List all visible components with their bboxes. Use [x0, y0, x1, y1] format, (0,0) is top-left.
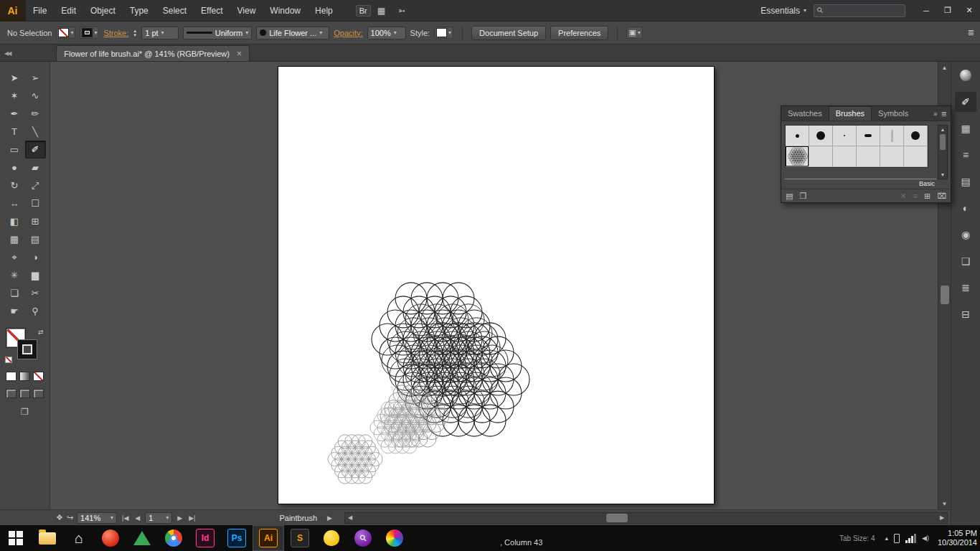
brush-item-taper[interactable]: [857, 126, 880, 146]
panel-scroll-down-icon[interactable]: ▼: [941, 171, 946, 179]
panel-scroll-track[interactable]: [938, 133, 947, 171]
none-button[interactable]: [33, 372, 44, 381]
paint-app-button[interactable]: [379, 525, 410, 551]
libraries-panel-icon[interactable]: ❒: [799, 192, 806, 201]
opacity-field[interactable]: 100% ▾: [367, 27, 406, 39]
swap-fill-stroke-icon[interactable]: ⇄: [38, 329, 44, 336]
brushes-panel-icon[interactable]: ✐: [955, 92, 976, 112]
illustrator-button[interactable]: Ai: [253, 525, 284, 551]
stroke-color-control[interactable]: ▾: [80, 27, 99, 39]
eyedropper-tool[interactable]: ⌖: [4, 248, 25, 266]
tab-swatches[interactable]: Swatches: [781, 107, 829, 121]
menu-file[interactable]: File: [26, 0, 54, 22]
menu-select[interactable]: Select: [156, 0, 194, 22]
restore-button[interactable]: ❐: [938, 3, 958, 19]
scale-tool[interactable]: ⤢: [25, 176, 46, 194]
menu-object[interactable]: Object: [83, 0, 123, 22]
brush-slot-empty[interactable]: [857, 146, 880, 167]
horizontal-scroll-track[interactable]: [355, 513, 937, 523]
preferences-button[interactable]: Preferences: [550, 26, 608, 40]
zoom-tool[interactable]: ⚲: [25, 302, 46, 320]
first-artboard-button[interactable]: |◀: [121, 514, 130, 522]
clock[interactable]: 1:05 PM 10/30/2014: [938, 529, 977, 547]
menu-effect[interactable]: Effect: [194, 0, 230, 22]
blob-brush-tool[interactable]: ●: [4, 159, 25, 176]
last-artboard-button[interactable]: ▶|: [187, 514, 197, 522]
width-tool[interactable]: ↔: [4, 194, 25, 212]
scroll-right-icon[interactable]: ▶: [937, 514, 947, 521]
stroke-weight-stepper[interactable]: ▲ ▼: [133, 29, 137, 37]
brush-slot-empty[interactable]: [880, 146, 904, 167]
panel-scroll-up-icon[interactable]: ▲: [941, 126, 946, 133]
search-input[interactable]: [826, 6, 902, 15]
stroke-swatch[interactable]: [18, 340, 37, 359]
lasso-tool[interactable]: ∿: [25, 87, 46, 105]
gradient-panel-icon[interactable]: ▤: [955, 171, 976, 192]
mesh-tool[interactable]: ▦: [4, 230, 25, 248]
scroll-down-icon[interactable]: ▼: [938, 498, 951, 509]
collapse-toolbar-icon[interactable]: ◀◀: [0, 50, 14, 61]
paintbrush-tool[interactable]: ✐: [25, 141, 46, 159]
minimize-button[interactable]: ─: [916, 3, 936, 19]
share-icon[interactable]: ➳: [392, 0, 412, 22]
pen-tool[interactable]: ✒: [4, 105, 25, 123]
stroke-panel-link[interactable]: Stroke:: [103, 29, 128, 37]
brush-item-round-large[interactable]: [809, 126, 833, 146]
chevron-down-icon[interactable]: ▾: [394, 29, 397, 36]
artboard-tool[interactable]: ❏: [4, 284, 25, 302]
show-hidden-icons-button[interactable]: ▴: [885, 534, 888, 542]
brush-slot-empty[interactable]: [809, 146, 833, 167]
panel-scroll-thumb[interactable]: [940, 134, 946, 150]
brush-item-flower-of-life[interactable]: [786, 146, 809, 167]
collapse-panel-icon[interactable]: »: [933, 110, 941, 121]
draw-normal-button[interactable]: [6, 389, 17, 398]
opacity-panel-link[interactable]: Opacity:: [334, 29, 362, 37]
zoom-level-select[interactable]: 141% ▾: [77, 512, 117, 524]
previous-artboard-button[interactable]: ◀: [133, 514, 141, 522]
horizontal-scroll-thumb[interactable]: [606, 514, 628, 522]
perspective-grid-tool[interactable]: ⊞: [25, 212, 46, 230]
artboard[interactable]: [278, 66, 715, 504]
color-panel-icon[interactable]: [955, 65, 976, 85]
indesign-button[interactable]: Id: [189, 525, 221, 551]
document-setup-button[interactable]: Document Setup: [471, 26, 546, 40]
variable-width-profile-select[interactable]: Uniform ▾: [183, 27, 252, 39]
stroke-weight-field[interactable]: 1 pt ▾: [141, 27, 179, 39]
layers-panel-icon[interactable]: ≣: [955, 278, 976, 298]
artboards-panel-icon[interactable]: ⊟: [955, 304, 976, 324]
chevron-down-icon[interactable]: ▾: [161, 29, 164, 36]
free-transform-tool[interactable]: ☐: [25, 194, 46, 212]
gradient-button[interactable]: [19, 372, 30, 381]
stroke-panel-icon[interactable]: ≡: [955, 145, 976, 165]
stepper-down-icon[interactable]: ▼: [133, 33, 137, 37]
status-menu-icon[interactable]: ▶: [326, 514, 334, 522]
bridge-button[interactable]: Br: [356, 5, 371, 17]
close-button[interactable]: ✕: [959, 3, 979, 19]
chrome-button[interactable]: [158, 525, 189, 551]
device-icon[interactable]: [894, 534, 900, 543]
sublime-text-button[interactable]: S: [284, 525, 316, 551]
volume-icon[interactable]: ◀): [922, 534, 929, 542]
search-box[interactable]: ⚲: [814, 4, 905, 17]
select-similar-control[interactable]: ▣ ▾: [626, 27, 642, 39]
rotate-tool[interactable]: ↻: [4, 176, 25, 194]
menu-type[interactable]: Type: [123, 0, 156, 22]
browser-button[interactable]: [95, 525, 126, 551]
panel-scrollbar[interactable]: ▲ ▼: [938, 125, 948, 179]
panel-menu-icon[interactable]: ≣: [941, 110, 951, 121]
brush-definition-select[interactable]: Life Flower ... ▾: [256, 27, 329, 39]
tab-brushes[interactable]: Brushes: [829, 106, 872, 121]
swatches-panel-icon[interactable]: ▦: [955, 118, 976, 138]
google-drive-button[interactable]: [126, 525, 158, 551]
menu-window[interactable]: Window: [263, 0, 308, 22]
workspace-switcher[interactable]: Essentials ▾: [753, 0, 814, 22]
column-graph-tool[interactable]: ▆: [25, 266, 46, 284]
document-tab[interactable]: Flower of life brush.ai* @ 141% (RGB/Pre…: [56, 45, 250, 61]
brush-slot-empty[interactable]: [904, 146, 928, 167]
slice-tool[interactable]: ✂: [25, 284, 46, 302]
brush-libraries-menu-icon[interactable]: ▤: [786, 192, 793, 201]
vertical-scroll-thumb[interactable]: [941, 286, 949, 304]
gradient-tool[interactable]: ▤: [25, 230, 46, 248]
rubber-duck-button[interactable]: [316, 525, 347, 551]
control-panel-menu-icon[interactable]: ≣: [968, 28, 974, 37]
